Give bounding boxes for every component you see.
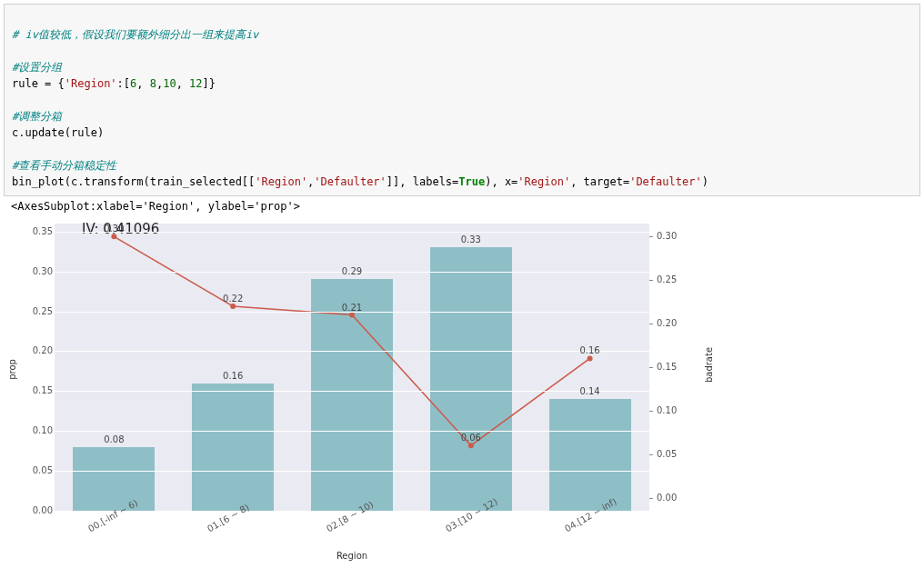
y2-tick-label: 0.25 [657, 274, 693, 284]
bar-value-label: 0.16 [215, 371, 251, 381]
y2-tick-label: 0.05 [657, 449, 693, 459]
code-token: 'Defaulter' [629, 175, 701, 188]
y2-tick-label: 0.20 [657, 318, 693, 328]
bar-value-label: 0.14 [572, 386, 608, 396]
code-token: , target= [570, 175, 629, 188]
code-cell: # iv值较低，假设我们要额外细分出一组来提高iv #设置分组 rule = {… [4, 4, 920, 196]
y2-tick-label: 0.30 [657, 231, 693, 241]
y2-tick-mark [649, 411, 653, 412]
y-tick-label: 0.30 [16, 266, 53, 276]
code-token: 'Region' [255, 175, 307, 188]
line-point-label: 0.16 [572, 345, 608, 355]
y2-tick-mark [649, 324, 653, 324]
bar-value-label: 0.33 [453, 234, 489, 244]
y-tick-label: 0.35 [16, 226, 53, 236]
grid-line [55, 391, 649, 392]
grid-line [55, 351, 649, 352]
y-tick-label: 0.05 [16, 465, 53, 475]
y2-tick-mark [649, 498, 653, 499]
bar [73, 447, 155, 511]
y2-tick-label: 0.10 [657, 405, 693, 415]
code-token: 8 [150, 77, 156, 90]
y2-tick-mark [649, 454, 653, 455]
code-comment: # iv值较低，假设我们要额外细分出一组来提高iv [12, 28, 258, 41]
code-token: ) [702, 175, 708, 188]
line-point-label: 0.22 [215, 294, 251, 304]
code-token: rule = { [12, 77, 65, 90]
code-token: 'Region' [65, 77, 117, 90]
bar-value-label: 0.29 [334, 266, 370, 276]
grid-line [55, 471, 649, 472]
code-token: , [176, 77, 189, 90]
line-point-label: 0.06 [453, 433, 489, 443]
code-token: ), x= [485, 175, 517, 188]
grid-line [55, 431, 649, 432]
y2-axis-label: badrate [704, 347, 714, 383]
y-tick-label: 0.10 [16, 425, 53, 435]
code-token: , [136, 77, 149, 90]
output-repr: <AxesSubplot:xlabel='Region', ylabel='pr… [4, 196, 920, 214]
code-comment: #查看手动分箱稳定性 [12, 159, 116, 172]
code-token: 10 [163, 77, 176, 90]
code-token: :[ [117, 77, 130, 90]
code-token: ]} [203, 77, 216, 90]
bar [549, 399, 631, 511]
code-token: True [458, 175, 485, 188]
code-token: 'Region' [517, 175, 570, 188]
y2-tick-mark [649, 367, 653, 368]
y-tick-label: 0.25 [16, 306, 53, 316]
x-axis-label: Region [325, 551, 379, 561]
code-token: c.update(rule) [12, 126, 104, 139]
line-point-label: 0.21 [334, 303, 370, 313]
code-token: bin_plot(c.transform(train_selected[[ [12, 175, 255, 188]
code-token: 'Defaulter' [314, 175, 386, 188]
line-point-label: 0.30 [95, 224, 132, 234]
code-token: 12 [189, 77, 202, 90]
bar [311, 279, 393, 511]
y-tick-label: 0.20 [16, 345, 53, 355]
y-tick-label: 0.15 [16, 385, 53, 395]
y2-tick-label: 0.15 [657, 362, 693, 372]
bar-value-label: 0.08 [95, 434, 132, 444]
code-token: ]], labels= [387, 175, 458, 188]
y2-tick-mark [649, 236, 653, 237]
grid-line [55, 232, 649, 233]
bin-plot-chart: IV: 0.41096 prop badrate 0.000.050.100.1… [4, 214, 668, 568]
y-axis-label: prop [7, 359, 17, 380]
y-tick-label: 0.00 [16, 505, 53, 515]
code-comment: #设置分组 [12, 61, 62, 74]
y2-tick-label: 0.00 [657, 493, 693, 503]
bar [192, 384, 274, 511]
y2-tick-mark [649, 280, 653, 281]
code-comment: #调整分箱 [12, 110, 62, 123]
